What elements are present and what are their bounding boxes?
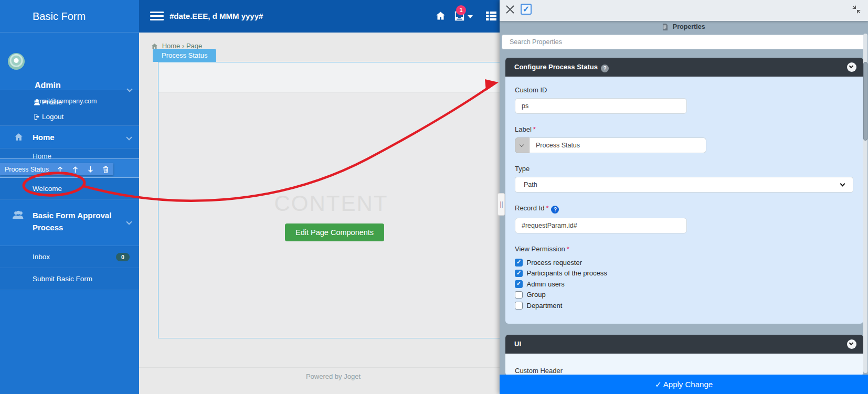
document-icon: [662, 24, 668, 30]
view-permission-label: View Permission*: [515, 245, 855, 253]
checkbox-admin-users[interactable]: Admin users: [515, 279, 855, 290]
notification-count-badge: 1: [456, 5, 466, 15]
avatar: [8, 53, 25, 70]
footer-divider: [139, 367, 500, 368]
apps-grid-icon[interactable]: [485, 11, 497, 21]
sidebar: Basic Form Admin email@company.com Profi…: [0, 0, 139, 394]
scrollbar-thumb[interactable]: [863, 62, 867, 141]
logout-icon: [34, 113, 40, 120]
configure-section: Configure Process Status? Custom ID Labe…: [505, 58, 863, 324]
help-icon[interactable]: ?: [601, 65, 609, 72]
ui-section-body: Custom Header: [505, 354, 863, 376]
configure-section-title: Configure Process Status: [514, 63, 598, 71]
checkbox-tool-icon[interactable]: ✓: [521, 4, 532, 15]
panel-title: Properties: [500, 21, 868, 33]
menu-item-toolbar: Process Status: [0, 163, 113, 175]
checkbox[interactable]: [515, 302, 523, 310]
help-icon[interactable]: ?: [551, 206, 559, 214]
chevron-down-icon: [126, 134, 132, 140]
inbox-count-badge: 0: [116, 253, 130, 261]
edit-page-components-button[interactable]: Edit Page Components: [285, 223, 384, 241]
tab-process-status[interactable]: Process Status: [153, 49, 216, 62]
checkbox-group[interactable]: Group: [515, 290, 855, 301]
type-label: Type: [515, 165, 855, 173]
app-title: Basic Form: [0, 0, 139, 33]
label-dropdown-toggle[interactable]: [515, 137, 530, 153]
sidebar-item-approval-process[interactable]: Basic Form Approval Process: [0, 200, 139, 246]
checkbox-participants[interactable]: Participants of the process: [515, 268, 855, 279]
users-group-icon: [13, 210, 24, 220]
delete-icon[interactable]: [102, 166, 109, 173]
sidebar-item-logout[interactable]: Logout: [0, 110, 139, 124]
label-field-label: Label*: [515, 125, 855, 133]
checkbox[interactable]: [515, 291, 523, 299]
topbar-date: #date.EEE, d MMM yyyy#: [170, 12, 263, 20]
custom-id-label: Custom ID: [515, 86, 855, 94]
checkbox-department[interactable]: Department: [515, 300, 855, 311]
properties-panel: ✓ Properties Configure Process Status? C…: [500, 0, 868, 394]
menu-toggle-icon[interactable]: [150, 12, 164, 21]
apply-change-button[interactable]: ✓ Apply Change: [500, 375, 868, 394]
page-canvas: CONTENT Edit Page Components: [158, 62, 504, 338]
footer-text: Powered by Joget: [139, 372, 527, 380]
content-placeholder: CONTENT: [158, 191, 504, 216]
checkbox[interactable]: [515, 259, 523, 267]
sidebar-item-welcome[interactable]: Welcome: [0, 178, 139, 200]
move-up-icon[interactable]: [72, 166, 79, 173]
collapse-section-icon[interactable]: [847, 62, 856, 72]
chevron-down-icon: [840, 182, 845, 187]
close-icon[interactable]: [505, 5, 515, 14]
custom-id-input[interactable]: [515, 98, 687, 114]
checkbox[interactable]: [515, 270, 523, 278]
sidebar-item-submit-basic-form[interactable]: Submit Basic Form: [0, 268, 139, 290]
type-select[interactable]: Path: [515, 177, 853, 193]
label-input[interactable]: [530, 137, 706, 153]
ui-section-title: UI: [514, 340, 521, 348]
home-icon[interactable]: [436, 11, 446, 20]
notifications-button[interactable]: 1: [454, 11, 465, 23]
page-header-band: [158, 62, 504, 93]
collapse-section-icon[interactable]: [847, 339, 856, 349]
home-icon: [14, 133, 23, 141]
user-block[interactable]: Admin email@company.com: [0, 33, 139, 90]
main-content: Home › Page Process Status CONTENT Edit …: [139, 33, 500, 394]
ui-section: UI Custom Header: [505, 335, 863, 376]
checkbox-process-requester[interactable]: Process requester: [515, 257, 855, 268]
sidebar-item-profile[interactable]: Profile: [0, 95, 139, 110]
custom-header-label: Custom Header: [515, 367, 563, 375]
chevron-down-icon: [126, 219, 132, 225]
checkbox[interactable]: [515, 280, 523, 288]
sidebar-item-covered[interactable]: Home: [0, 148, 139, 158]
user-icon: [34, 99, 40, 105]
panel-toolbar: ✓: [500, 0, 868, 21]
user-name: Admin: [35, 81, 61, 90]
collapse-panel-icon[interactable]: [852, 5, 861, 14]
configure-section-header[interactable]: Configure Process Status?: [505, 58, 863, 77]
sidebar-item-home[interactable]: Home: [0, 126, 139, 148]
ui-section-header[interactable]: UI: [505, 335, 863, 354]
caret-down-icon: [468, 15, 473, 18]
configure-section-body: Custom ID Label* Type Path Record Id*?: [505, 77, 863, 324]
record-id-label: Record Id*?: [515, 204, 855, 214]
move-top-icon[interactable]: [57, 166, 63, 173]
app-window: Basic Form Admin email@company.com Profi…: [0, 0, 868, 394]
topbar: #date.EEE, d MMM yyyy# 1: [139, 0, 500, 33]
account-menu: Profile Logout: [0, 90, 139, 126]
move-down-icon[interactable]: [87, 166, 94, 173]
sidebar-item-inbox[interactable]: Inbox 0: [0, 246, 139, 268]
panel-resize-handle[interactable]: [497, 193, 505, 216]
toolbar-item-label: Process Status: [0, 166, 52, 173]
record-id-input[interactable]: [515, 218, 687, 233]
search-properties-input[interactable]: [502, 35, 866, 49]
